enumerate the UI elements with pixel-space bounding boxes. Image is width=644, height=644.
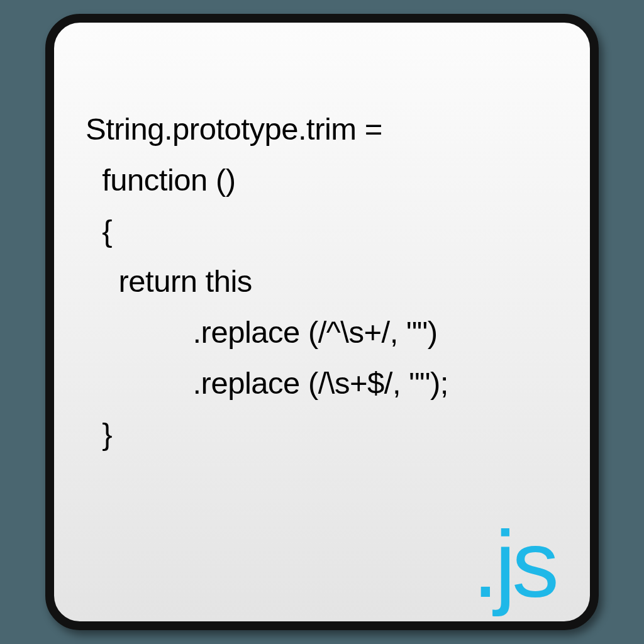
file-extension-label: .js xyxy=(472,517,555,611)
code-line: return this xyxy=(86,264,252,298)
code-line: } xyxy=(86,417,112,451)
code-line: .replace (/^\s+/, "") xyxy=(86,315,438,349)
code-snippet: String.prototype.trim = function () { re… xyxy=(86,53,565,460)
js-file-icon-card: String.prototype.trim = function () { re… xyxy=(45,14,599,630)
code-line: String.prototype.trim = xyxy=(86,112,382,146)
code-line: .replace (/\s+$/, ""); xyxy=(86,366,448,400)
code-line: { xyxy=(86,214,112,248)
code-line: function () xyxy=(86,163,236,197)
